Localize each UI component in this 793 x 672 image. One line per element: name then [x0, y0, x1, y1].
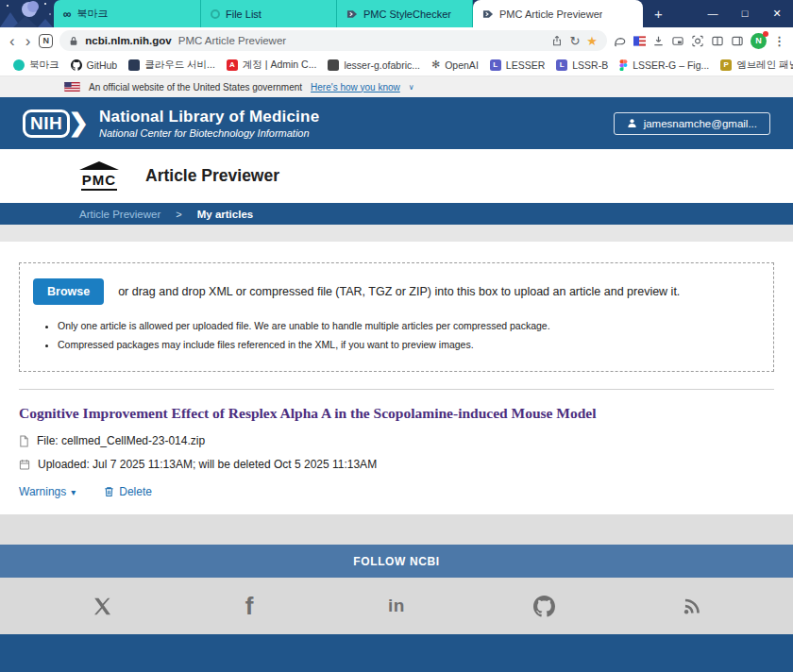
tab-file-list[interactable]: File List — [201, 0, 337, 27]
nih-logo[interactable]: NIH ❯ — [23, 109, 89, 138]
page-title: Article Previewer — [145, 166, 279, 186]
bookmark-item[interactable]: lesser-g.ofabric... — [322, 59, 426, 71]
tab-pmc-stylechecker[interactable]: PMC StyleChecker — [337, 0, 473, 27]
bookmark-item[interactable]: GitHub — [65, 59, 124, 71]
github-icon — [71, 59, 82, 71]
picture-in-picture-icon[interactable] — [671, 35, 684, 47]
warnings-dropdown[interactable]: Warnings ▾ — [19, 485, 76, 498]
breadcrumb-article-previewer[interactable]: Article Previewer — [79, 209, 160, 220]
uploaded-text: Uploaded: Jul 7 2025 11:13AM; will be de… — [38, 458, 377, 471]
download-icon[interactable] — [652, 35, 665, 47]
bookmark-item[interactable]: 북마크 — [8, 59, 65, 72]
upload-note: Compressed packages may include files re… — [58, 339, 760, 350]
bookmarks-bar: 북마크 GitHub 클라우드 서비... A 계정 | Admin C... … — [0, 54, 793, 76]
bookmark-item[interactable]: P 엠브레인 패널... — [715, 59, 793, 72]
x-twitter-icon[interactable] — [83, 591, 121, 621]
pmc-favicon — [346, 8, 358, 20]
new-tab-button[interactable]: + — [643, 0, 674, 27]
file-icon — [19, 435, 29, 447]
profile-avatar[interactable]: N — [751, 33, 767, 49]
panel-icon: P — [720, 59, 732, 71]
pmc-logo-text: PMC — [81, 172, 117, 191]
facebook-icon[interactable]: f — [230, 591, 268, 621]
bookmark-label: 클라우드 서비... — [144, 59, 215, 72]
account-button[interactable]: jamesnamche@gmail... — [614, 112, 770, 135]
bookmark-item[interactable]: A 계정 | Admin C... — [221, 59, 323, 72]
bookmark-label: 엠브레인 패널... — [736, 59, 793, 72]
upload-instruction: or drag and drop XML or compressed file … — [118, 285, 680, 298]
delete-button[interactable]: Delete — [104, 485, 152, 498]
bookmark-label: 계정 | Admin C... — [243, 59, 317, 72]
share-icon[interactable] — [551, 35, 563, 46]
lesser-icon: L — [490, 59, 501, 71]
bookmark-item[interactable]: L LESSER — [484, 59, 550, 71]
trash-icon — [104, 486, 114, 497]
article-actions: Warnings ▾ Delete — [19, 485, 774, 498]
profile-initial: N — [755, 36, 762, 45]
tab-label: File List — [226, 8, 262, 20]
how-you-know-link[interactable]: Here's how you know — [311, 82, 400, 92]
github-social-icon[interactable] — [525, 591, 563, 621]
split-view-icon[interactable] — [711, 35, 724, 47]
tab-label: PMC Article Previewer — [499, 8, 602, 20]
social-bar: f in — [0, 578, 793, 634]
back-button[interactable]: ‹ — [8, 33, 17, 49]
openai-icon: ✻ — [431, 59, 440, 71]
uploaded-row: Uploaded: Jul 7 2025 11:13AM; will be de… — [19, 458, 774, 471]
fabric-icon — [328, 59, 339, 71]
tab-pmc-article-previewer[interactable]: PMC Article Previewer — [473, 0, 643, 27]
adobe-icon: A — [227, 59, 238, 71]
sidebar-icon[interactable] — [731, 35, 744, 47]
loading-favicon — [211, 9, 220, 19]
browser-menu-icon[interactable]: ⋮ — [773, 34, 785, 48]
rss-icon[interactable] — [672, 591, 710, 621]
gray-band-bottom — [0, 514, 793, 545]
bookmark-label: LESSER — [506, 59, 545, 71]
bookmark-item[interactable]: ✻ OpenAI — [426, 59, 484, 71]
chevron-down-icon: ∨ — [409, 83, 414, 92]
upload-dropzone[interactable]: Browse or drag and drop XML or compresse… — [19, 262, 774, 372]
main-content: Browse or drag and drop XML or compresse… — [0, 242, 793, 514]
us-flag-icon — [64, 82, 80, 92]
nih-acronym: NIH — [23, 109, 70, 138]
capture-icon[interactable] — [691, 35, 704, 47]
url-domain: ncbi.nlm.nih.gov — [85, 35, 171, 46]
warnings-label: Warnings — [19, 485, 66, 498]
bookmark-item[interactable]: 클라우드 서비... — [123, 59, 221, 72]
person-icon — [627, 118, 637, 128]
forward-button[interactable]: › — [24, 33, 33, 49]
browser-tab-bar: ∞ 북마크 File List PMC StyleChecker PMC Art… — [0, 0, 793, 27]
app-header: PMC Article Previewer — [0, 149, 793, 203]
lssr-b-icon: L — [556, 59, 567, 71]
pmc-logo[interactable]: PMC — [79, 161, 119, 191]
tab-label: PMC StyleChecker — [363, 8, 451, 20]
lock-icon — [69, 36, 78, 46]
bookmark-item[interactable]: LSSER-G – Fig... — [614, 59, 715, 71]
whale-extension-icon[interactable] — [614, 35, 627, 47]
figma-icon — [619, 59, 628, 71]
bookmark-item[interactable]: L LSSR-B — [550, 59, 614, 71]
bookmark-star-icon[interactable]: ★ — [586, 34, 598, 48]
minimize-button[interactable]: — — [697, 0, 729, 27]
url-page-title: PMC Article Previewer — [178, 35, 286, 46]
browse-button[interactable]: Browse — [33, 278, 104, 305]
article-title[interactable]: Cognitive Improvement Effect of Resplex … — [19, 405, 774, 422]
footer-bottom-band — [0, 634, 793, 672]
close-button[interactable]: ✕ — [761, 0, 793, 27]
url-field[interactable]: ncbi.nlm.nih.gov PMC Article Previewer ↻… — [59, 30, 607, 51]
maximize-button[interactable]: □ — [729, 0, 761, 27]
refresh-icon[interactable]: ↻ — [569, 34, 580, 48]
tab-bookmarks[interactable]: ∞ 북마크 — [54, 0, 201, 27]
breadcrumb-my-articles[interactable]: My articles — [197, 209, 253, 220]
breadcrumb: Article Previewer > My articles — [0, 203, 793, 225]
window-controls: — □ ✕ — [697, 0, 793, 27]
calendar-icon — [19, 459, 30, 470]
whale-n-icon[interactable]: N — [39, 34, 53, 48]
bookmark-label: 북마크 — [29, 59, 59, 72]
linkedin-icon[interactable]: in — [378, 591, 415, 621]
pmc-favicon — [482, 8, 494, 20]
upload-notes: Only one article is allowed per uploaded… — [33, 320, 760, 350]
whale-bookmark-icon — [13, 59, 25, 71]
file-row: File: cellmed_CellMed-23-014.zip — [19, 434, 774, 447]
translate-flag-icon[interactable] — [633, 36, 646, 46]
